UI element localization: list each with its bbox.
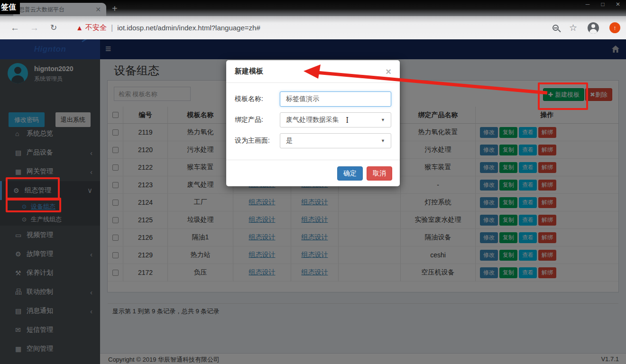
- security-chip[interactable]: ▲ 不安全 |: [76, 23, 117, 32]
- browser-profile-avatar[interactable]: [588, 22, 599, 34]
- template-name-label: 模板名称:: [235, 95, 280, 103]
- bind-product-select[interactable]: 废气处理数据采集 ▼: [280, 112, 391, 127]
- window-controls: ─ □ ✕: [584, 1, 621, 8]
- overlay-corner-badge: 签值: [0, 0, 20, 14]
- bookmark-star-icon[interactable]: ☆: [569, 22, 577, 33]
- tab-title: 思普云大数据平台: [19, 6, 94, 14]
- browser-address-bar: ← → ↻ ▲ 不安全 | iot.idosp.net/admin/index.…: [0, 16, 626, 39]
- text-cursor: I: [346, 116, 348, 125]
- minimize-icon[interactable]: ─: [584, 1, 591, 8]
- security-label: 不安全: [85, 23, 107, 32]
- caret-down-icon: ▼: [381, 138, 385, 143]
- new-template-modal: 新建模板 × 模板名称: 绑定产品: 废气处理数据采集 ▼ 设为主画面: 是 ▼: [226, 60, 400, 186]
- template-name-input[interactable]: [280, 91, 391, 107]
- close-window-icon[interactable]: ✕: [615, 1, 621, 8]
- annotation-box-new-template: [538, 82, 588, 110]
- back-icon[interactable]: ←: [10, 23, 19, 33]
- modal-close-icon[interactable]: ×: [386, 67, 391, 76]
- annotation-box-device-config: [6, 198, 61, 212]
- screen: 思普云大数据平台 ✕ + ─ □ ✕ 签值 ← → ↻ ▲ 不安全 | iot.…: [0, 0, 626, 364]
- zoom-indicator-icon[interactable]: [552, 25, 559, 31]
- cancel-button[interactable]: 取消: [367, 166, 392, 181]
- confirm-button[interactable]: 确定: [337, 166, 363, 181]
- main-screen-select[interactable]: 是 ▼: [280, 133, 391, 148]
- annotation-box-config-menu: [6, 177, 60, 200]
- browser-tab-strip: 思普云大数据平台 ✕ + ─ □ ✕: [0, 0, 626, 16]
- bind-product-label: 绑定产品:: [235, 116, 280, 124]
- chip-separator: |: [111, 24, 113, 32]
- url-text[interactable]: iot.idosp.net/admin/index.html?language=…: [117, 24, 260, 32]
- modal-title: 新建模板: [235, 67, 386, 76]
- forward-icon[interactable]: →: [30, 23, 39, 33]
- browser-update-icon[interactable]: ↑: [609, 22, 620, 33]
- tab-close-icon[interactable]: ✕: [94, 6, 102, 13]
- maximize-icon[interactable]: □: [599, 1, 606, 8]
- main-screen-label: 设为主画面:: [235, 136, 280, 145]
- caret-down-icon: ▼: [381, 118, 385, 122]
- browser-tab[interactable]: 思普云大数据平台 ✕: [13, 3, 106, 16]
- new-tab-button[interactable]: +: [112, 3, 118, 14]
- reload-icon[interactable]: ↻: [50, 23, 57, 33]
- warning-icon: ▲: [76, 24, 83, 32]
